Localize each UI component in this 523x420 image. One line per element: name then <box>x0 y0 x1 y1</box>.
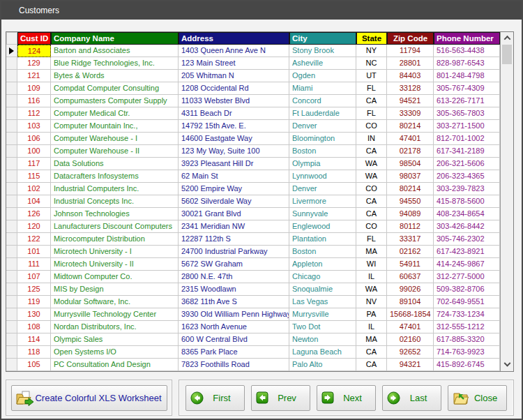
cell-phone[interactable]: 724-733-1234 <box>434 308 500 321</box>
cell-phone[interactable]: 312-555-1212 <box>434 321 500 333</box>
table-row[interactable]: 122Microcomputer Distribution12287 112th… <box>6 233 500 246</box>
cell-zip[interactable]: 80112 <box>387 220 434 233</box>
cell-company[interactable]: Industrial Concepts Inc. <box>51 195 179 208</box>
column-header-company[interactable]: Company Name <box>51 32 179 45</box>
cell-address[interactable]: 2800 N.E. 47th <box>179 271 289 283</box>
cell-company[interactable]: Nordan Distributors, Inc. <box>51 321 179 333</box>
cell-company[interactable]: PC Consultation And Design <box>51 359 179 371</box>
table-row[interactable]: 105PC Consultation And Design7823 Foothi… <box>6 359 500 371</box>
cell-id[interactable]: 119 <box>17 296 51 308</box>
cell-state[interactable]: WI <box>356 258 387 271</box>
title-bar[interactable]: Customers <box>1 1 522 20</box>
cell-company[interactable]: MIS by Design <box>51 283 179 296</box>
cell-city[interactable]: Livermore <box>289 195 356 208</box>
cell-address[interactable]: 62 Main St <box>179 170 289 183</box>
cell-id[interactable]: 117 <box>17 158 51 170</box>
cell-zip[interactable]: 98504 <box>387 158 434 170</box>
cell-state[interactable]: NC <box>356 57 387 70</box>
cell-zip[interactable]: 92652 <box>387 346 434 359</box>
cell-company[interactable]: Lanufacturers Discount Computers <box>51 220 179 233</box>
cell-city[interactable]: Bloomington <box>289 133 356 145</box>
cell-city[interactable]: Boston <box>289 246 356 258</box>
cell-state[interactable]: UT <box>356 70 387 82</box>
cell-company[interactable]: Computer Warehouse - II <box>51 145 179 158</box>
cell-zip[interactable]: 80214 <box>387 183 434 195</box>
cell-address[interactable]: 7823 Foothills Road <box>179 359 289 371</box>
cell-city[interactable]: Laguna Beach <box>289 346 356 359</box>
cell-zip[interactable]: 98037 <box>387 170 434 183</box>
cell-state[interactable]: WA <box>356 283 387 296</box>
cell-state[interactable]: IL <box>356 271 387 283</box>
cell-address[interactable]: 1623 North Avenue <box>179 321 289 333</box>
cell-zip[interactable]: 33309 <box>387 107 434 120</box>
cell-phone[interactable]: 303-239-7823 <box>434 183 500 195</box>
column-header-zip[interactable]: Zip Code <box>387 32 434 45</box>
cell-address[interactable]: 11033 Webster Blvd <box>179 95 289 107</box>
column-header-address[interactable]: Address <box>179 32 289 45</box>
column-header-phone[interactable]: Phone Number <box>434 32 500 45</box>
cell-zip[interactable]: 84403 <box>387 70 434 82</box>
table-row[interactable]: 115Datacrafters Infosystems62 Main StLyn… <box>6 170 500 183</box>
cell-address[interactable]: 8365 Park Place <box>179 346 289 359</box>
row-selector[interactable] <box>6 120 17 133</box>
cell-state[interactable]: PA <box>356 308 387 321</box>
cell-company[interactable]: Bytes & Words <box>51 70 179 82</box>
nav-button-next[interactable]: Next <box>317 385 376 411</box>
table-row[interactable]: 120Lanufacturers Discount Computers2341 … <box>6 220 500 233</box>
cell-company[interactable]: Olympic Sales <box>51 333 179 346</box>
cell-city[interactable]: Asheville <box>289 57 356 70</box>
cell-zip[interactable]: 89104 <box>387 296 434 308</box>
table-row[interactable]: 112Computer Medical Ctr.4311 Beach DrFt … <box>6 107 500 120</box>
table-row[interactable]: 111Microtech University - II5672 SW Grah… <box>6 258 500 271</box>
cell-id[interactable]: 101 <box>17 246 51 258</box>
cell-phone[interactable]: 617-341-2189 <box>434 145 500 158</box>
cell-city[interactable]: Chicago <box>289 271 356 283</box>
cell-address[interactable]: 3682 11th Ave S <box>179 296 289 308</box>
row-selector[interactable] <box>6 195 17 208</box>
cell-city[interactable]: Englewood <box>289 220 356 233</box>
table-row[interactable]: 107Midtown Computer Co.2800 N.E. 47thChi… <box>6 271 500 283</box>
cell-phone[interactable]: 617-885-3320 <box>434 333 500 346</box>
cell-zip[interactable]: 80214 <box>387 120 434 133</box>
cell-phone[interactable]: 303-271-1500 <box>434 120 500 133</box>
table-row[interactable]: 101Microtech University - I24700 Industr… <box>6 246 500 258</box>
column-header-city[interactable]: City <box>289 32 356 45</box>
scrollbar-thumb[interactable] <box>502 45 512 64</box>
cell-id[interactable]: 112 <box>17 107 51 120</box>
cell-phone[interactable]: 702-649-9551 <box>434 296 500 308</box>
cell-address[interactable]: 5200 Empire Way <box>179 183 289 195</box>
cell-phone[interactable]: 206-321-5606 <box>434 158 500 170</box>
cell-phone[interactable]: 415-892-6745 <box>434 359 500 371</box>
cell-phone[interactable]: 312-277-5000 <box>434 271 500 283</box>
cell-state[interactable]: CA <box>356 95 387 107</box>
cell-company[interactable]: Data Solutions <box>51 158 179 170</box>
cell-city[interactable]: Palo Alto <box>289 359 356 371</box>
table-row[interactable]: 108Nordan Distributors, Inc.1623 North A… <box>6 321 500 333</box>
cell-state[interactable]: FL <box>356 82 387 95</box>
cell-address[interactable]: 30021 Grant Blvd <box>179 208 289 220</box>
row-selector[interactable] <box>6 183 17 195</box>
cell-address[interactable]: 5602 Silverdale Way <box>179 195 289 208</box>
cell-zip[interactable]: 33317 <box>387 233 434 246</box>
cell-id[interactable]: 125 <box>17 283 51 296</box>
cell-phone[interactable]: 613-226-7171 <box>434 95 500 107</box>
cell-state[interactable]: WA <box>356 158 387 170</box>
cell-company[interactable]: Barton and Associates <box>51 45 179 57</box>
cell-state[interactable]: CA <box>356 346 387 359</box>
column-header-state[interactable]: State <box>356 32 387 45</box>
cell-id[interactable]: 126 <box>17 208 51 220</box>
cell-company[interactable]: Midtown Computer Co. <box>51 271 179 283</box>
table-row[interactable]: 129Blue Ridge Technologies, Inc.123 Main… <box>6 57 500 70</box>
nav-button-close[interactable]: Close <box>448 385 507 411</box>
cell-zip[interactable]: 47401 <box>387 321 434 333</box>
cell-city[interactable]: Denver <box>289 183 356 195</box>
cell-company[interactable]: Modular Software, Inc. <box>51 296 179 308</box>
cell-zip[interactable]: 60637 <box>387 271 434 283</box>
row-selector[interactable] <box>6 246 17 258</box>
cell-id[interactable]: 109 <box>17 82 51 95</box>
cell-zip[interactable]: 15668-1854 <box>387 308 434 321</box>
cell-company[interactable]: Microtech University - II <box>51 258 179 271</box>
table-row[interactable]: 125MIS by Design2315 WoodlawnSnoqualmieW… <box>6 283 500 296</box>
row-selector[interactable] <box>6 45 17 57</box>
cell-city[interactable]: Snoqualmie <box>289 283 356 296</box>
